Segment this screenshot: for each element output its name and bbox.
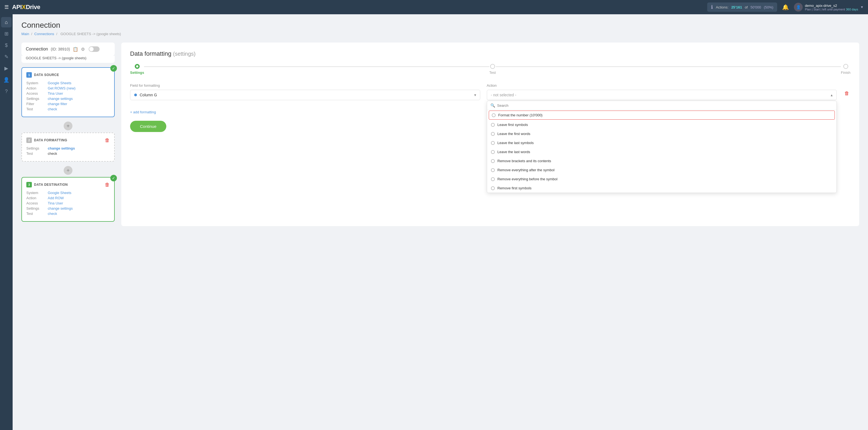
user-menu[interactable]: 👤 demo_apix-drive_s2 Plan | Start | left… bbox=[794, 3, 864, 11]
row-value-system[interactable]: Google Sheets bbox=[48, 191, 71, 195]
row-value-access[interactable]: Tina User bbox=[48, 201, 63, 205]
breadcrumb-current: GOOGLE SHEETS -> (google sheets) bbox=[60, 32, 121, 36]
info-icon: ℹ bbox=[711, 4, 713, 10]
sidebar-item-billing[interactable]: $ bbox=[1, 40, 11, 51]
continue-button[interactable]: Continue bbox=[130, 121, 166, 132]
table-row: Filter change filter bbox=[26, 102, 110, 106]
dropdown-item-remove-after-symbol[interactable]: Remove everything after the symbol bbox=[487, 165, 837, 175]
table-row: System Google Sheets bbox=[26, 191, 110, 195]
field-label: Field for formatting bbox=[130, 84, 480, 88]
row-value-filter[interactable]: change filter bbox=[48, 102, 67, 106]
row-value-system[interactable]: Google Sheets bbox=[48, 81, 71, 85]
action-select-button[interactable]: - not selected - ▴ bbox=[487, 90, 837, 100]
actions-box[interactable]: ℹ Actions: 25'161 of 50'000 (50%) bbox=[707, 2, 777, 12]
table-row: Access Tina User bbox=[26, 201, 110, 205]
radio-remove-before bbox=[491, 177, 495, 181]
dropdown-item-format-number[interactable]: Format the number (10'000) bbox=[489, 111, 835, 120]
connection-toggle[interactable] bbox=[89, 47, 100, 52]
settings-icon[interactable]: ⚙ bbox=[81, 47, 85, 52]
sidebar-item-connections[interactable]: ⊞ bbox=[1, 29, 11, 39]
delete-formatting-button[interactable]: 🗑 bbox=[104, 136, 111, 144]
row-value-access[interactable]: Tina User bbox=[48, 91, 63, 95]
connection-subtitle: GOOGLE SHEETS -> (google sheets) bbox=[26, 56, 87, 60]
breadcrumb-connections[interactable]: Connections bbox=[34, 32, 54, 36]
bell-icon[interactable]: 🔔 bbox=[780, 4, 790, 10]
dropdown-item-label: Format the number (10'000) bbox=[498, 113, 542, 117]
data-source-header: 1 DATA SOURCE bbox=[26, 72, 110, 78]
row-value-test[interactable]: check bbox=[48, 212, 57, 216]
main-content: Connection Main / Connections / GOOGLE S… bbox=[12, 14, 868, 430]
copy-icon[interactable]: 📋 bbox=[73, 47, 78, 52]
dropdown-item-label: Leave the last words bbox=[498, 150, 530, 154]
plan-label: Plan | Start | left until payment 360 da… bbox=[805, 8, 858, 11]
page-title: Connection bbox=[22, 21, 859, 30]
add-formatting-link[interactable]: + add formatting bbox=[130, 110, 156, 114]
data-formatting-header: 2 DATA FORMATTING bbox=[26, 137, 110, 143]
table-row: Settings change settings bbox=[26, 206, 110, 211]
sidebar-item-home[interactable]: ⌂ bbox=[1, 17, 11, 27]
breadcrumb: Main / Connections / GOOGLE SHEETS -> (g… bbox=[22, 32, 859, 36]
sidebar-item-help[interactable]: ? bbox=[1, 86, 11, 97]
dropdown-item-leave-last-words[interactable]: Leave the last words bbox=[487, 147, 837, 156]
row-value-settings[interactable]: change settings bbox=[48, 206, 73, 211]
search-input[interactable] bbox=[497, 103, 833, 108]
step-settings: Settings bbox=[130, 64, 144, 74]
actions-label: Actions: bbox=[716, 5, 728, 9]
action-select-value: - not selected - bbox=[491, 93, 831, 97]
data-destination-header: 3 DATA DESTINATION bbox=[26, 182, 110, 187]
row-value-settings[interactable]: change settings bbox=[48, 146, 75, 150]
table-row: Action Add ROW bbox=[26, 196, 110, 200]
data-destination-card: ✓ 🗑 3 DATA DESTINATION System Google She… bbox=[22, 177, 115, 222]
dropdown-item-label: Remove brackets and its contents bbox=[498, 159, 551, 163]
field-select-value: Column G bbox=[140, 93, 474, 97]
delete-row-button[interactable]: 🗑 bbox=[843, 84, 850, 100]
delete-destination-button[interactable]: 🗑 bbox=[104, 181, 111, 189]
username: demo_apix-drive_s2 bbox=[805, 4, 858, 8]
dropdown-item-leave-last-symbols[interactable]: Leave the last symbols bbox=[487, 138, 837, 147]
dropdown-item-remove-brackets[interactable]: Remove brackets and its contents bbox=[487, 156, 837, 165]
dropdown-item-label: Remove first symbols bbox=[498, 186, 532, 190]
delete-icon: 🗑 bbox=[843, 89, 850, 97]
radio-format-number bbox=[492, 113, 496, 117]
dropdown-item-label: Remove everything after the symbol bbox=[498, 168, 555, 172]
breadcrumb-main[interactable]: Main bbox=[22, 32, 29, 36]
row-label: Action bbox=[26, 86, 45, 90]
add-step-button-2[interactable]: + bbox=[64, 166, 72, 175]
table-row: Test check bbox=[26, 151, 110, 156]
row-value-test: check bbox=[48, 151, 57, 156]
step-line-1 bbox=[144, 66, 489, 67]
data-source-card: ✓ 1 DATA SOURCE System Google Sheets Act… bbox=[22, 67, 115, 117]
add-step-button[interactable]: + bbox=[64, 122, 72, 130]
sidebar-item-profile[interactable]: 👤 bbox=[1, 74, 11, 85]
field-select[interactable]: Column G ▾ bbox=[130, 90, 480, 100]
row-value-action[interactable]: Add ROW bbox=[48, 196, 64, 200]
row-value-test[interactable]: check bbox=[48, 107, 57, 111]
hamburger-icon[interactable]: ☰ bbox=[4, 4, 9, 10]
row-label: Action bbox=[26, 196, 45, 200]
data-formatting-number: 2 bbox=[26, 137, 32, 143]
data-formatting-card: 🗑 2 DATA FORMATTING Settings change sett… bbox=[22, 132, 115, 162]
data-source-check: ✓ bbox=[110, 65, 117, 72]
row-label: Access bbox=[26, 91, 45, 95]
dropdown-item-remove-before-symbol[interactable]: Remove everything before the symbol bbox=[487, 175, 837, 184]
row-label: Test bbox=[26, 151, 45, 156]
sidebar-item-media[interactable]: ▶ bbox=[1, 63, 11, 73]
connection-id: (ID: 38910) bbox=[51, 47, 70, 51]
left-panel: Connection (ID: 38910) 📋 ⚙ GOOGLE SHEETS… bbox=[22, 42, 115, 226]
row-label: Test bbox=[26, 107, 45, 111]
row-label: Settings bbox=[26, 206, 45, 211]
sidebar-item-tasks[interactable]: ✎ bbox=[1, 52, 11, 62]
dropdown-item-leave-first-words[interactable]: Leave the first words bbox=[487, 129, 837, 138]
row-value-settings[interactable]: change settings bbox=[48, 97, 73, 101]
dropdown-item-remove-first-symbols[interactable]: Remove first symbols bbox=[487, 184, 837, 193]
dropdown-item-label: Leave first symbols bbox=[498, 123, 528, 127]
step-label-test: Test bbox=[489, 70, 496, 74]
row-value-action[interactable]: Get ROWS (new) bbox=[48, 86, 75, 90]
data-destination-check: ✓ bbox=[110, 175, 117, 181]
radio-remove-after bbox=[491, 168, 495, 172]
content-layout: Connection (ID: 38910) 📋 ⚙ GOOGLE SHEETS… bbox=[22, 42, 859, 226]
row-label: Test bbox=[26, 212, 45, 216]
actions-of: of bbox=[745, 5, 748, 9]
dropdown-item-leave-first-symbols[interactable]: Leave first symbols bbox=[487, 120, 837, 129]
connection-subtitle-row: GOOGLE SHEETS -> (google sheets) bbox=[22, 56, 115, 63]
